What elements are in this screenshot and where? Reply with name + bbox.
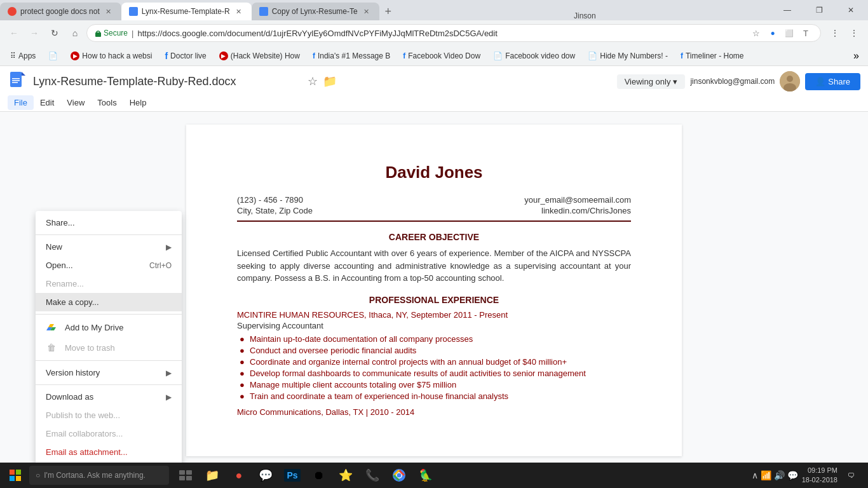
trash-icon: 🗑	[46, 342, 57, 353]
svg-rect-14	[16, 470, 21, 475]
svg-point-8	[787, 76, 793, 82]
menu-item-new[interactable]: New ▶	[36, 238, 182, 256]
start-button[interactable]	[3, 463, 28, 488]
tab-label-3: Copy of Lynx-Resume-Te	[272, 7, 358, 16]
taskbar-right: ∧ 📶 🔊 💬 09:19 PM 18-02-2018 🗨	[752, 463, 865, 488]
profile-icon[interactable]: ●	[766, 26, 780, 40]
maximize-button[interactable]: ❐	[804, 0, 834, 20]
menu-item-share[interactable]: Share...	[36, 214, 182, 232]
bookmarks-more-button[interactable]: »	[850, 49, 863, 63]
bookmark-fb-video-dow[interactable]: f Facebook Video Dow	[398, 50, 485, 62]
bookmark-apps-label: Apps	[18, 51, 36, 60]
bookmark-pdf[interactable]: 📄	[43, 50, 63, 62]
action-center-button[interactable]: 🗨	[841, 463, 860, 488]
taskbar-task-view[interactable]	[173, 463, 198, 488]
bookmark-fb-video-dow2[interactable]: 📄 Facebook video dow	[488, 50, 580, 62]
bookmark-hack-websi[interactable]: ▶ How to hack a websi	[65, 50, 157, 62]
translate-icon[interactable]: T	[799, 26, 813, 40]
bookmark-hide-numbers[interactable]: 📄 Hide My Numbers! -	[583, 50, 673, 62]
menu-help[interactable]: Help	[123, 95, 153, 110]
bookmark-doctor-live[interactable]: f Doctor live	[159, 49, 211, 63]
move-to-drive-icon[interactable]: 📁	[323, 74, 337, 88]
tray-message-icon[interactable]: 💬	[787, 470, 798, 480]
extension-icon[interactable]: ⬜	[782, 26, 796, 40]
share-button[interactable]: 👤 Share	[805, 73, 860, 90]
docs-header: Lynx-Resume-Template-Ruby-Red.docx ☆ 📁 V…	[0, 66, 868, 112]
cortana-search[interactable]: ○ I'm Cortana. Ask me anything.	[29, 466, 169, 485]
menu-item-make-copy[interactable]: Make a copy...	[36, 293, 182, 311]
taskbar-app-red[interactable]: ●	[226, 463, 252, 488]
bookmark-timeliner-label: Timeliner - Home	[686, 51, 744, 60]
new-tab-button[interactable]: +	[379, 3, 397, 20]
user-avatar[interactable]	[780, 71, 800, 92]
yellow-app-icon: ⭐	[339, 468, 353, 482]
taskbar-app-greenbird[interactable]: 🦜	[413, 463, 438, 488]
menu-item-version-history[interactable]: Version history ▶	[36, 363, 182, 382]
windows-logo-icon	[10, 470, 21, 481]
reload-button[interactable]: ↻	[46, 24, 64, 42]
email-attach-label: Email as attachment...	[46, 447, 128, 457]
minimize-button[interactable]: —	[773, 0, 802, 20]
tray-up-arrow[interactable]: ∧	[752, 470, 758, 480]
bookmark-india-label: India's #1 Message B	[318, 51, 390, 60]
tray-volume-icon[interactable]: 🔊	[774, 470, 785, 480]
taskbar-app-purple[interactable]: 📞	[360, 463, 385, 488]
menu-item-download-as[interactable]: Download as ▶	[36, 388, 182, 406]
document-title: Lynx-Resume-Template-Ruby-Red.docx	[33, 75, 302, 88]
bookmark-star-icon[interactable]: ☆	[749, 26, 763, 40]
home-button[interactable]: ⌂	[66, 24, 84, 42]
tab-1[interactable]: protect google docs not ✕	[0, 3, 121, 20]
tab-close-3[interactable]: ✕	[362, 6, 372, 17]
tray-network-icon[interactable]: 📶	[761, 470, 771, 480]
svg-rect-5	[12, 80, 20, 81]
resume-email: your_email@someemail.com	[524, 195, 631, 205]
tab-2[interactable]: Lynx-Resume-Template-R ✕	[121, 3, 252, 20]
taskbar-file-explorer[interactable]: 📁	[200, 463, 225, 488]
tab-close-2[interactable]: ✕	[234, 6, 244, 17]
menu-item-email-attach[interactable]: Email as attachment...	[36, 443, 182, 461]
address-bar: ← → ↻ ⌂ Secure | https://docs.google.com…	[0, 20, 868, 46]
system-clock[interactable]: 09:19 PM 18-02-2018	[802, 466, 837, 485]
star-document-icon[interactable]: ☆	[308, 74, 318, 88]
tab-favicon-2	[129, 7, 138, 16]
taskbar-app-green[interactable]: 💬	[253, 463, 278, 488]
bookmark-india-msg[interactable]: f India's #1 Message B	[308, 50, 395, 62]
system-tray-icons: ∧ 📶 🔊 💬	[752, 470, 798, 480]
avatar-image	[780, 71, 800, 92]
taskbar-photoshop[interactable]: Ps	[280, 463, 305, 488]
back-button[interactable]: ←	[5, 24, 23, 42]
docs-logo-svg	[10, 72, 25, 91]
tab-close-1[interactable]: ✕	[104, 6, 114, 17]
menu-tools[interactable]: Tools	[91, 95, 123, 110]
forward-button[interactable]: →	[25, 24, 43, 42]
secure-badge: Secure	[95, 29, 128, 37]
bullet-2: Conduct and oversee periodic financial a…	[250, 346, 631, 355]
doc-area: David Jones (123) - 456 - 7890 City, Sta…	[0, 112, 868, 463]
menu-file[interactable]: File	[8, 95, 34, 110]
bookmark-fbvideo2-label: Facebook video dow	[505, 51, 575, 60]
bookmark-hack-website[interactable]: ▶ (Hack Website) How	[214, 50, 305, 62]
menu-view[interactable]: View	[60, 95, 91, 110]
taskbar-app-media[interactable]: ⏺	[306, 463, 332, 488]
cortana-search-text: I'm Cortana. Ask me anything.	[44, 471, 146, 480]
career-objective-text: Licensed Certified Public Accountant wit…	[237, 247, 631, 285]
menu-edit[interactable]: Edit	[34, 95, 60, 110]
url-bar[interactable]: Secure | https://docs.google.com/documen…	[86, 24, 821, 42]
menu-item-open[interactable]: Open... Ctrl+O	[36, 256, 182, 274]
resume-linkedin: linkedin.com/ChrisJones	[524, 206, 631, 215]
app-container: Lynx-Resume-Template-Ruby-Red.docx ☆ 📁 V…	[0, 66, 868, 463]
chrome-menu[interactable]: ⋮	[845, 24, 863, 42]
close-button[interactable]: ✕	[836, 0, 865, 20]
bookmark-timeliner[interactable]: f Timeliner - Home	[675, 50, 749, 62]
menu-item-add-drive[interactable]: Add to My Drive	[36, 317, 182, 337]
url-text: https://docs.google.com/document/d/1ujrE…	[137, 29, 745, 38]
extensions-menu[interactable]: ⋮	[826, 24, 844, 42]
docs-menu-bar: File Edit View Tools Help	[8, 94, 860, 111]
tab-3[interactable]: Copy of Lynx-Resume-Te ✕	[252, 3, 379, 20]
bookmark-hack2-label: (Hack Website) How	[231, 51, 300, 60]
cortana-search-icon: ○	[36, 471, 40, 480]
taskbar-chrome[interactable]	[386, 463, 412, 488]
bookmark-apps[interactable]: ⠿ Apps	[5, 50, 41, 62]
taskbar-app-yellow[interactable]: ⭐	[333, 463, 358, 488]
bookmark-doctor-label: Doctor live	[170, 51, 207, 60]
